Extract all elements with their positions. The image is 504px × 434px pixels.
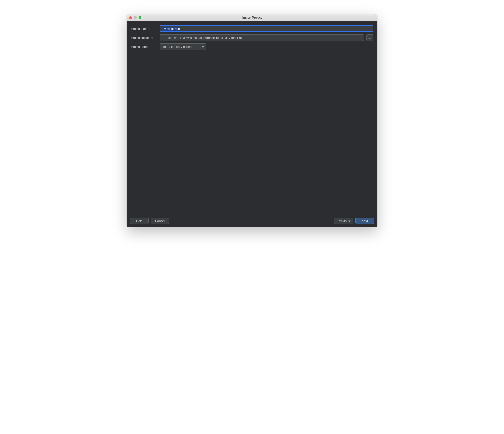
browse-location-button[interactable]: ... bbox=[366, 34, 373, 41]
cancel-button[interactable]: Cancel bbox=[151, 218, 169, 224]
traffic-lights bbox=[129, 16, 142, 19]
footer-left-group: Help Cancel bbox=[130, 218, 169, 224]
titlebar[interactable]: Import Project bbox=[127, 14, 377, 21]
project-location-label: Project location: bbox=[131, 36, 157, 40]
project-format-selected: .idea (directory based) bbox=[162, 45, 192, 49]
project-name-label: Project name: bbox=[131, 27, 157, 30]
minimize-window-button[interactable] bbox=[134, 16, 137, 19]
next-button[interactable]: Next bbox=[355, 218, 374, 224]
dialog-footer: Help Cancel Previous Next bbox=[129, 216, 375, 225]
project-format-select[interactable]: .idea (directory based) bbox=[160, 43, 206, 50]
close-window-button[interactable] bbox=[129, 16, 132, 19]
project-format-row: Project format: .idea (directory based) bbox=[131, 43, 373, 50]
help-button[interactable]: Help bbox=[130, 218, 149, 224]
chevron-down-icon bbox=[202, 45, 204, 49]
project-name-input[interactable]: my-react-app bbox=[160, 25, 373, 32]
project-location-row: Project location: ... bbox=[131, 34, 373, 41]
window-title: Import Project bbox=[127, 16, 377, 19]
form-area: Project name: my-react-app Project locat… bbox=[129, 23, 375, 216]
dialog-content: Project name: my-react-app Project locat… bbox=[127, 21, 377, 227]
text-caret bbox=[180, 27, 180, 30]
import-project-window: Import Project Project name: my-react-ap… bbox=[127, 14, 377, 227]
zoom-window-button[interactable] bbox=[139, 16, 142, 19]
project-location-input[interactable] bbox=[160, 34, 364, 41]
project-name-value: my-react-app bbox=[162, 27, 180, 31]
previous-button[interactable]: Previous bbox=[334, 218, 353, 224]
footer-right-group: Previous Next bbox=[334, 218, 374, 224]
project-format-label: Project format: bbox=[131, 45, 157, 49]
svg-marker-0 bbox=[202, 46, 204, 48]
project-name-row: Project name: my-react-app bbox=[131, 25, 373, 32]
